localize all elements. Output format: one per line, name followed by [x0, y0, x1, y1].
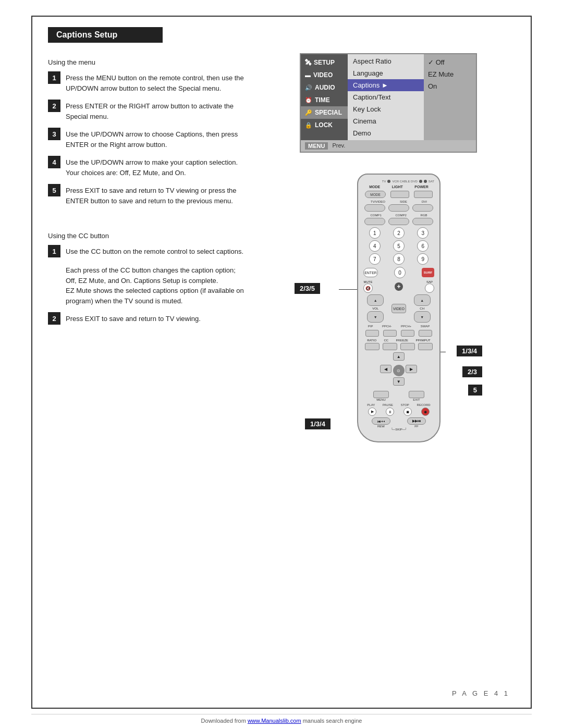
power-btn[interactable]: [414, 191, 433, 198]
vol-up-btn[interactable]: ▲: [367, 294, 384, 306]
vol-ch-area: ▲ VOL ▼ VIDEO ▲ CH ▼: [363, 294, 434, 323]
using-cc-heading: Using the CC button: [48, 232, 246, 240]
mode-label: MODE: [369, 185, 380, 189]
mute-area: MUTE 🔇: [363, 280, 373, 293]
remote-body-container: TV VCR CABLE DVD SAT MODE LIGHT: [357, 174, 440, 442]
vol-down-btn[interactable]: ▼: [367, 311, 384, 323]
cc-btn[interactable]: [383, 343, 397, 350]
ratio-btn[interactable]: [365, 343, 380, 350]
menu-demo: Demo: [348, 127, 424, 139]
comp1-btn[interactable]: [364, 218, 385, 225]
download-suffix: manuals search engine: [301, 718, 362, 724]
nav-down-spacer: ▼: [393, 377, 405, 389]
nav-center-spacer: ⊙: [393, 365, 405, 376]
num-1[interactable]: 1: [369, 227, 381, 239]
nav-up-btn[interactable]: ▲: [393, 352, 405, 361]
stop-btn[interactable]: ⏹: [403, 408, 412, 416]
menu-cinema: Cinema: [348, 115, 424, 127]
nav-enter-btn[interactable]: ⊙: [393, 365, 405, 376]
menu-caption-text: Caption/Text: [348, 91, 424, 103]
side-label: SIDE: [400, 200, 407, 203]
callout-134-lower-label: 1/3/4: [305, 418, 331, 429]
nav-left-btn[interactable]: ◀: [380, 365, 391, 373]
mode-btn[interactable]: MODE: [365, 191, 386, 198]
remote-indicator-row: TV VCR CABLE DVD SAT: [363, 180, 434, 183]
pip-buttons-row: [363, 330, 434, 337]
exit-btn[interactable]: [409, 391, 424, 398]
menu-remote-btn[interactable]: [373, 391, 389, 398]
play-btn[interactable]: ▶: [368, 408, 376, 416]
swap-btn[interactable]: [419, 330, 432, 337]
record-btn[interactable]: ⏺: [421, 408, 430, 416]
vol-area: ▲ VOL ▼: [367, 294, 384, 323]
sidebar-lock-label: LOCK: [315, 121, 333, 129]
num-8[interactable]: 8: [393, 253, 405, 265]
callout-23: 2/3: [462, 366, 482, 377]
exit-label: EXIT: [413, 398, 420, 401]
nav-down-btn[interactable]: ▼: [393, 377, 405, 386]
menu-language: Language: [348, 67, 424, 79]
sap-btn[interactable]: [425, 283, 434, 293]
skip-text: └─SKIP─┘: [363, 428, 434, 431]
rew-ff-row: ⏮◀◀ REW ▶▶⏭ FF: [363, 417, 434, 428]
num-2[interactable]: 2: [393, 227, 405, 239]
ch-up-btn[interactable]: ▲: [414, 294, 431, 306]
num-4[interactable]: 4: [369, 240, 381, 252]
num-3[interactable]: 3: [417, 227, 429, 239]
ch-down-btn[interactable]: ▼: [414, 311, 431, 323]
freeze-btn[interactable]: [400, 343, 415, 350]
submenu-ez-mute: EZ Mute: [424, 68, 476, 80]
step-text-3: Use the UP/DOWN arrow to choose Captions…: [66, 128, 246, 150]
ppchplus-label: PPCH+: [401, 325, 411, 328]
ppimput-btn[interactable]: [418, 343, 433, 350]
plus-btn[interactable]: +: [395, 282, 403, 291]
step-text-5: Press EXIT to save and return to TV view…: [66, 184, 246, 206]
num-0[interactable]: 0: [394, 267, 406, 278]
remote-body: TV VCR CABLE DVD SAT MODE LIGHT: [357, 174, 440, 442]
mode-buttons-row: MODE: [363, 191, 434, 198]
download-link[interactable]: www.Manualslib.com: [248, 718, 301, 724]
ppch-minus-btn[interactable]: [383, 330, 397, 337]
num-6[interactable]: 6: [417, 240, 429, 252]
dvi-btn[interactable]: [412, 204, 433, 212]
menu-btn-area: MENU: [373, 391, 389, 401]
ff-btn[interactable]: ▶▶⏭: [407, 417, 426, 425]
comp2-btn[interactable]: [388, 218, 409, 225]
num-7[interactable]: 7: [369, 253, 381, 265]
video-btn[interactable]: VIDEO: [391, 304, 406, 313]
rew-btn[interactable]: ⏮◀◀: [372, 417, 390, 425]
pip-label: PIP: [368, 325, 373, 328]
cc-step-number-2: 2: [48, 312, 60, 325]
step-text-4: Use the UP/DOWN arrow to make your capti…: [66, 156, 246, 178]
enter-btn[interactable]: ENTER: [363, 268, 378, 277]
using-menu-heading: Using the menu: [48, 58, 246, 66]
tvvideo-btn[interactable]: [364, 204, 385, 212]
power-label: POWER: [414, 185, 428, 189]
prev-label: Prev.: [332, 142, 345, 150]
sap-area: SAP: [425, 280, 434, 293]
speaker-icon: 🔊: [305, 84, 312, 91]
menu-exit-row: MENU EXIT: [363, 391, 434, 401]
transport-buttons: ▶ ⏸ ⏹ ⏺: [363, 408, 434, 416]
rgb-btn[interactable]: [412, 218, 433, 225]
mute-btn[interactable]: 🔇: [363, 283, 373, 293]
menu-aspect-ratio: Aspect Ratio: [348, 55, 424, 67]
side-btn[interactable]: [388, 204, 409, 212]
num-5[interactable]: 5: [393, 240, 405, 252]
light-btn[interactable]: [390, 191, 409, 198]
nav-right-btn[interactable]: ▶: [406, 365, 417, 373]
tv-indicator: TV: [382, 180, 386, 183]
lock-icon: 🔒: [305, 122, 312, 129]
record-label: RECORD: [417, 403, 431, 406]
pause-btn[interactable]: ⏸: [386, 408, 394, 416]
pip-btn[interactable]: [365, 330, 379, 337]
num-9[interactable]: 9: [417, 253, 429, 265]
cc-step-text-2: Press EXIT to save and return to TV view…: [66, 312, 201, 324]
ppch-plus-btn[interactable]: [401, 330, 414, 337]
sat-indicator: SAT: [429, 180, 434, 183]
page-title: Captions Setup: [48, 27, 163, 43]
nav-up-spacer: ▲: [393, 352, 405, 364]
sidebar-setup-label: SETUP: [314, 59, 335, 66]
surf-btn[interactable]: SURF: [422, 268, 434, 277]
ch-label: CH: [420, 307, 424, 310]
